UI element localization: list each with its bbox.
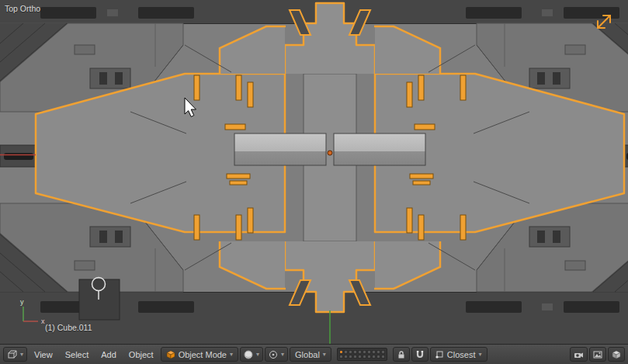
layers-widget[interactable] — [337, 348, 387, 361]
dark-cube-object[interactable] — [79, 279, 120, 320]
cube-icon — [612, 350, 621, 359]
chevron-down-icon: ▾ — [20, 352, 23, 358]
pivot-center-icon — [269, 350, 278, 359]
snap-label: Closest — [447, 350, 476, 359]
render-image-icon — [593, 350, 602, 359]
chevron-down-icon: ▾ — [256, 352, 259, 358]
layer-cell[interactable] — [344, 350, 348, 354]
magnet-icon — [415, 350, 425, 359]
orientation-dropdown[interactable]: Global ▾ — [290, 347, 331, 362]
render-camera-icon — [574, 350, 584, 359]
viewport-3d[interactable]: y x Top Ortho (1) Cube.011 — [0, 0, 628, 344]
orientation-label: Global — [295, 350, 320, 359]
pivot-dropdown[interactable]: ▾ — [265, 347, 288, 362]
scene-cube-button[interactable] — [608, 347, 625, 362]
snap-closest-icon — [435, 350, 444, 359]
lock-button[interactable] — [393, 347, 410, 362]
snap-toggle-button[interactable] — [411, 347, 428, 362]
editor-type-button[interactable]: ▾ — [3, 347, 27, 362]
viewport-shading-sphere-icon — [244, 350, 253, 359]
layer-cell[interactable] — [358, 355, 362, 359]
layer-cell[interactable] — [376, 350, 380, 354]
layer-cell[interactable] — [372, 350, 376, 354]
3d-cursor[interactable] — [328, 151, 332, 155]
object-mode-cube-icon — [166, 350, 175, 359]
snap-element-dropdown[interactable]: Closest ▾ — [430, 347, 487, 362]
layer-cell[interactable] — [363, 355, 366, 359]
mode-dropdown[interactable]: Object Mode ▾ — [161, 347, 238, 362]
menu-add[interactable]: Add — [95, 348, 122, 361]
layer-cell[interactable] — [376, 355, 380, 359]
chevron-down-icon: ▾ — [479, 352, 482, 358]
chevron-down-icon: ▾ — [281, 352, 284, 358]
layer-cell[interactable] — [381, 355, 385, 359]
layer-cell[interactable] — [367, 350, 371, 354]
layer-cell[interactable] — [367, 355, 371, 359]
layer-cell[interactable] — [363, 350, 366, 354]
render-button[interactable] — [570, 347, 588, 362]
layer-cell[interactable] — [353, 350, 357, 354]
menu-select[interactable]: Select — [60, 348, 95, 361]
layer-cell[interactable] — [344, 355, 348, 359]
layer-cell[interactable] — [372, 355, 376, 359]
render-image-button[interactable] — [589, 347, 606, 362]
viewport-header: ▾ View Select Add Object Object Mode ▾ ▾ — [0, 344, 628, 364]
menu-object[interactable]: Object — [123, 348, 159, 361]
viewport-canvas[interactable]: y x — [0, 0, 628, 344]
mode-label: Object Mode — [179, 350, 227, 359]
gizmo-x-label: x — [41, 317, 45, 325]
menu-view[interactable]: View — [29, 348, 58, 361]
lock-icon — [397, 350, 406, 359]
layer-cell[interactable] — [353, 355, 357, 359]
layer-cell[interactable] — [339, 355, 343, 359]
chevron-down-icon: ▾ — [230, 352, 233, 358]
blender-window: y x Top Ortho (1) Cube.011 ▾ View Select… — [0, 0, 628, 364]
layer-cell[interactable] — [349, 355, 352, 359]
gizmo-y-label: y — [20, 298, 24, 306]
layer-cell[interactable] — [339, 350, 343, 354]
layer-cell[interactable] — [358, 350, 362, 354]
layer-cell[interactable] — [381, 350, 385, 354]
layer-cell[interactable] — [349, 350, 352, 354]
shading-dropdown[interactable]: ▾ — [240, 347, 263, 362]
chevron-down-icon: ▾ — [323, 352, 326, 358]
3d-viewport-icon — [7, 350, 17, 359]
